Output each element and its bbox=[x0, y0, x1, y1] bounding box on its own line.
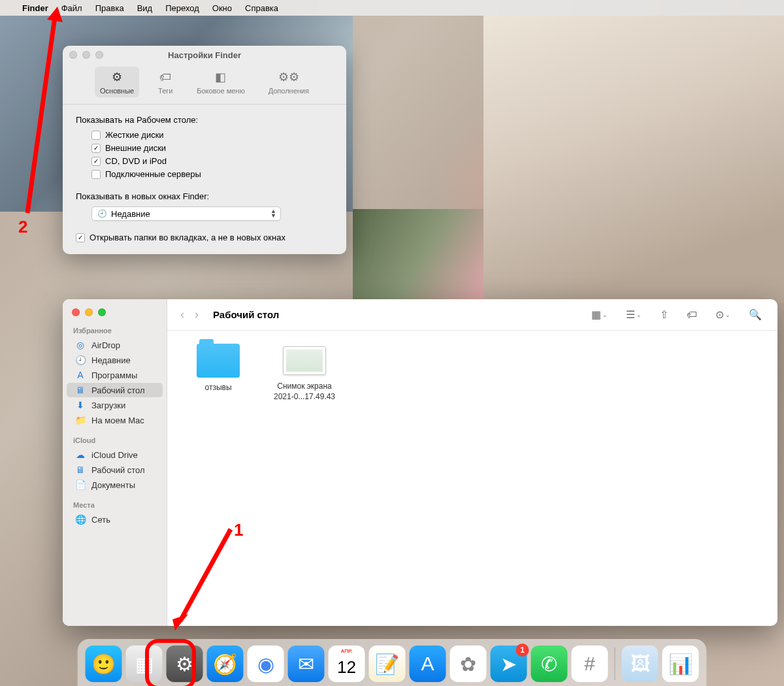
checkbox-open-in-tabs[interactable]: Открывать папки во вкладках, а не в новы… bbox=[76, 233, 333, 242]
action-button[interactable]: ⊙ ⌄ bbox=[709, 308, 737, 321]
tag-icon: 🏷 bbox=[157, 69, 173, 85]
dock-app-preview[interactable]: 🖼 bbox=[622, 645, 659, 682]
finder-title: Рабочий стол bbox=[213, 309, 279, 320]
sidebar-item[interactable]: 📄Документы bbox=[67, 478, 163, 492]
show-on-desktop-label: Показывать на Рабочем столе: bbox=[76, 115, 333, 125]
sidebar-item-label: Сеть bbox=[91, 515, 110, 525]
prefs-tab-general[interactable]: ⚙Основные bbox=[95, 67, 139, 97]
dock-app-photos[interactable]: ✿ bbox=[450, 645, 487, 682]
sidebar-item[interactable]: ☁iCloud Drive bbox=[67, 448, 163, 462]
sidebar-icon: ◧ bbox=[213, 69, 229, 85]
new-window-label: Показывать в новых окнах Finder: bbox=[76, 191, 333, 201]
finder-window: Избранное ◎AirDrop🕘НедавниеAПрограммы🖥Ра… bbox=[63, 299, 777, 626]
menu-edit[interactable]: Правка bbox=[95, 3, 124, 13]
dock-app-chrome[interactable]: ◉ bbox=[248, 645, 284, 682]
dock-app-settings[interactable]: ⚙ bbox=[167, 645, 203, 682]
prefs-tab-sidebar[interactable]: ◧Боковое меню bbox=[191, 67, 250, 97]
sidebar-item[interactable]: ◎AirDrop bbox=[67, 338, 163, 352]
dock-app-slack[interactable]: # bbox=[572, 645, 608, 682]
sidebar-item-icon: 📄 bbox=[74, 480, 86, 490]
dock-app-launchpad[interactable]: ▦ bbox=[126, 645, 163, 682]
finder-toolbar: ‹ › Рабочий стол ▦ ⌄ ☰ ⌄ ⇧ 🏷 ⊙ ⌄ 🔍 bbox=[167, 299, 777, 331]
sidebar-item-label: iCloud Drive bbox=[91, 450, 138, 460]
prefs-tab-tags[interactable]: 🏷Теги bbox=[152, 67, 178, 97]
sidebar-item-label: Загрузки bbox=[91, 400, 125, 410]
sidebar-item[interactable]: ⬇Загрузки bbox=[67, 398, 163, 412]
checkbox-cd-dvd-ipod[interactable]: CD, DVD и iPod bbox=[91, 156, 333, 166]
finder-content[interactable]: отзывыСнимок экрана 2021-0...17.49.43 bbox=[167, 331, 777, 626]
sidebar-item-icon: ◎ bbox=[74, 340, 86, 350]
dock-app-telegram[interactable]: ➤1 bbox=[491, 645, 527, 682]
sidebar-item-icon: 📁 bbox=[74, 415, 86, 425]
clock-icon: 🕘 bbox=[97, 209, 107, 218]
sidebar-header-locations: Места bbox=[63, 498, 167, 512]
checkbox-external-disks[interactable]: Внешние диски bbox=[91, 143, 333, 153]
screenshot-icon bbox=[283, 346, 326, 375]
file-item[interactable]: Снимок экрана 2021-0...17.49.43 bbox=[272, 344, 337, 402]
dock-app-numbers[interactable]: 📊 bbox=[662, 645, 699, 682]
nav-back-button[interactable]: ‹ bbox=[176, 308, 188, 321]
stepper-arrows-icon: ▲▼ bbox=[270, 209, 276, 218]
sidebar-item-icon: ☁ bbox=[74, 449, 86, 460]
sidebar-header-icloud: iCloud bbox=[63, 434, 167, 447]
sidebar-item-icon: A bbox=[74, 370, 86, 380]
dock-app-notes[interactable]: 📝 bbox=[369, 645, 406, 682]
close-button[interactable] bbox=[72, 308, 80, 316]
badge: 1 bbox=[516, 644, 529, 657]
group-by-button[interactable]: ☰ ⌄ bbox=[619, 308, 648, 321]
dock-app-calendar[interactable]: АПР.12 bbox=[329, 645, 365, 682]
dock: 🙂▦⚙🧭◉✉АПР.12📝A✿➤1✆#🖼📊 bbox=[78, 639, 707, 686]
sidebar-item-label: Рабочий стол bbox=[91, 385, 145, 395]
menu-file[interactable]: Файл bbox=[61, 3, 82, 13]
new-window-select[interactable]: 🕘 Недавние ▲▼ bbox=[91, 206, 281, 221]
view-mode-button[interactable]: ▦ ⌄ bbox=[585, 308, 614, 321]
menu-help[interactable]: Справка bbox=[245, 3, 278, 13]
file-item[interactable]: отзывы bbox=[186, 344, 251, 393]
dock-app-finder[interactable]: 🙂 bbox=[86, 645, 122, 682]
file-name: отзывы bbox=[186, 383, 251, 393]
dock-app-safari[interactable]: 🧭 bbox=[207, 645, 244, 682]
sidebar-item-label: Рабочий стол bbox=[91, 465, 145, 475]
sidebar-item[interactable]: 🌐Сеть bbox=[67, 512, 163, 527]
sidebar-item[interactable]: AПрограммы bbox=[67, 368, 163, 382]
sidebar-item[interactable]: 🕘Недавние bbox=[67, 353, 163, 367]
sidebar-item-label: Программы bbox=[91, 370, 137, 380]
new-window-value: Недавние bbox=[111, 209, 150, 219]
share-button[interactable]: ⇧ bbox=[653, 308, 675, 321]
gear-icon: ⚙ bbox=[109, 69, 125, 85]
search-button[interactable]: 🔍 bbox=[742, 308, 768, 321]
sidebar-item-icon: 🖥 bbox=[74, 385, 86, 395]
gears-icon: ⚙⚙ bbox=[281, 69, 297, 85]
finder-preferences-window: Настройки Finder ⚙Основные 🏷Теги ◧Боково… bbox=[63, 46, 346, 254]
menu-window[interactable]: Окно bbox=[212, 3, 232, 13]
sidebar-item-icon: ⬇ bbox=[74, 400, 86, 410]
dock-app-mail[interactable]: ✉ bbox=[288, 645, 325, 682]
menubar-app-name[interactable]: Finder bbox=[22, 3, 48, 13]
menu-view[interactable]: Вид bbox=[137, 3, 153, 13]
finder-traffic-lights bbox=[63, 307, 167, 324]
sidebar-item-icon: 🖥 bbox=[74, 465, 86, 475]
sidebar-item[interactable]: 🖥Рабочий стол bbox=[67, 383, 163, 397]
sidebar-item[interactable]: 🖥Рабочий стол bbox=[67, 463, 163, 477]
sidebar-item-icon: 🌐 bbox=[74, 514, 86, 525]
edit-tags-button[interactable]: 🏷 bbox=[680, 309, 704, 321]
dock-separator bbox=[615, 647, 615, 680]
menu-go[interactable]: Переход bbox=[165, 3, 199, 13]
zoom-button[interactable] bbox=[98, 308, 106, 316]
menubar: Finder Файл Правка Вид Переход Окно Спра… bbox=[0, 0, 784, 16]
checkbox-hard-disks[interactable]: Жесткие диски bbox=[91, 130, 333, 140]
prefs-title: Настройки Finder bbox=[63, 50, 346, 60]
dock-app-whatsapp[interactable]: ✆ bbox=[531, 645, 568, 682]
prefs-tab-advanced[interactable]: ⚙⚙Дополнения bbox=[263, 67, 314, 97]
folder-icon bbox=[197, 344, 240, 378]
sidebar-item[interactable]: 📁На моем Mac bbox=[67, 413, 163, 427]
nav-forward-button[interactable]: › bbox=[191, 308, 203, 321]
minimize-button[interactable] bbox=[85, 308, 93, 316]
dock-app-appstore[interactable]: A bbox=[410, 645, 446, 682]
sidebar-header-favorites: Избранное bbox=[63, 324, 167, 337]
sidebar-item-label: Документы bbox=[91, 480, 135, 490]
prefs-titlebar[interactable]: Настройки Finder bbox=[63, 46, 346, 64]
sidebar-item-label: На моем Mac bbox=[91, 416, 144, 425]
sidebar-item-icon: 🕘 bbox=[74, 355, 86, 365]
checkbox-servers[interactable]: Подключенные серверы bbox=[91, 169, 333, 179]
